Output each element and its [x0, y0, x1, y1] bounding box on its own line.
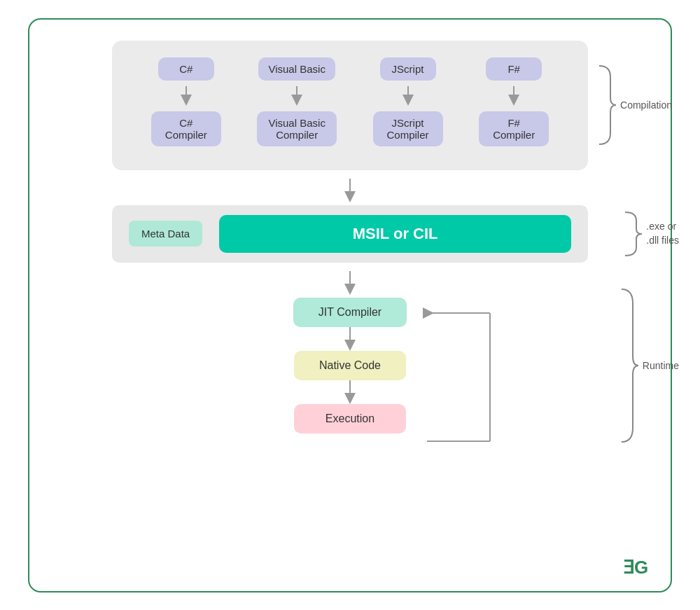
vb-compiler-box: Visual BasicCompiler: [257, 111, 336, 146]
feedback-arrow-svg: [420, 298, 504, 455]
svg-text:ƎG: ƎG: [623, 557, 648, 576]
vb-column: Visual Basic Visual BasicCompiler: [257, 57, 336, 146]
dll-brace-svg: [622, 209, 642, 258]
csharp-box: C#: [158, 57, 214, 81]
compilation-area: C# C#Compiler Visual Basic Visual BasicC…: [112, 41, 588, 170]
runtime-brace-svg: [619, 286, 638, 445]
arrow-fsharp: [507, 86, 521, 106]
arrow-to-jit: [343, 271, 357, 295]
connector-msil-jit: [343, 271, 357, 295]
msil-box: MSIL or CIL: [219, 215, 571, 253]
gfg-logo-svg: ƎG: [622, 555, 655, 576]
fsharp-column: F# F#Compiler: [479, 57, 549, 146]
compilation-brace-svg: [596, 63, 616, 147]
compilation-brace-group: Compilation: [596, 63, 672, 147]
arrow-csharp: [179, 86, 193, 106]
diagram-container: C# C#Compiler Visual Basic Visual BasicC…: [28, 18, 672, 592]
connector-compilation-msil: [343, 179, 357, 202]
arrow-to-msil: [343, 179, 357, 202]
jscript-compiler-box: JScriptCompiler: [373, 111, 443, 146]
arrow-jit-native: [343, 327, 357, 351]
language-row: C# C#Compiler Visual Basic Visual BasicC…: [133, 57, 567, 146]
compilation-label: Compilation: [620, 99, 672, 111]
msil-row: Meta Data MSIL or CIL: [112, 205, 588, 263]
metadata-box: Meta Data: [129, 221, 202, 247]
gfg-logo: ƎG: [622, 555, 655, 581]
csharp-compiler-box: C#Compiler: [151, 111, 221, 146]
jscript-box: JScript: [380, 57, 436, 81]
csharp-column: C# C#Compiler: [151, 57, 221, 146]
jscript-column: JScript JScriptCompiler: [373, 57, 443, 146]
arrow-vb: [290, 86, 304, 106]
native-code-box: Native Code: [294, 351, 406, 380]
jit-compiler-box: JIT Compiler: [293, 298, 407, 327]
dll-brace-group: .exe or.dll files: [622, 209, 679, 258]
runtime-label: Runtime: [643, 360, 679, 371]
runtime-section: JIT Compiler Native Code Execution: [112, 298, 588, 434]
arrow-native-exec: [343, 380, 357, 404]
fsharp-compiler-box: F#Compiler: [479, 111, 549, 146]
arrow-jscript: [401, 86, 415, 106]
fsharp-box: F#: [486, 57, 542, 81]
dll-label: .exe or.dll files: [646, 220, 679, 247]
vb-box: Visual Basic: [258, 57, 335, 81]
execution-box: Execution: [294, 404, 406, 434]
runtime-brace-group: Runtime: [619, 298, 679, 434]
